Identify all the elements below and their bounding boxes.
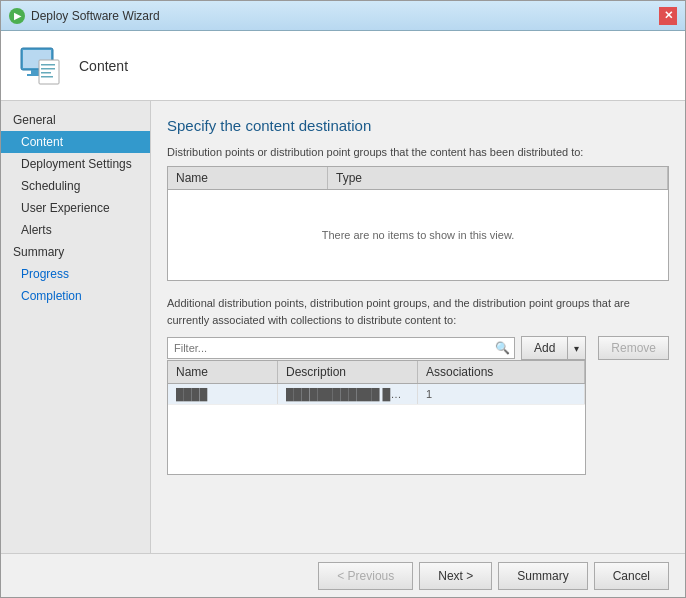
remove-button[interactable]: Remove <box>598 336 669 360</box>
lower-table: Name Description Associations ████ █████… <box>167 360 586 475</box>
row-associations: 1 <box>418 384 585 404</box>
main-area: General Content Deployment Settings Sche… <box>1 101 685 553</box>
summary-button[interactable]: Summary <box>498 562 587 590</box>
lower-col-description: Description <box>278 361 418 383</box>
previous-button[interactable]: < Previous <box>318 562 413 590</box>
filter-input-wrapper: 🔍 <box>167 337 515 359</box>
search-icon: 🔍 <box>495 341 510 355</box>
lower-col-name: Name <box>168 361 278 383</box>
close-button[interactable]: ✕ <box>659 7 677 25</box>
lower-table-body: ████ ████████████ ████ 1 <box>168 384 585 474</box>
window-body: Content General Content Deployment Setti… <box>1 31 685 597</box>
add-button[interactable]: Add <box>521 336 567 360</box>
svg-rect-6 <box>41 68 55 70</box>
svg-rect-7 <box>41 72 51 74</box>
upper-table: Name Type There are no items to show in … <box>167 166 669 281</box>
upper-col-name: Name <box>168 167 328 189</box>
lower-col-associations: Associations <box>418 361 585 383</box>
wizard-icon <box>17 42 65 90</box>
upper-col-type: Type <box>328 167 668 189</box>
lower-description: Additional distribution points, distribu… <box>167 295 669 328</box>
add-dropdown-button[interactable]: ▾ <box>567 336 586 360</box>
filter-input[interactable] <box>168 338 514 358</box>
page-title: Specify the content destination <box>167 117 669 134</box>
svg-rect-5 <box>41 64 55 66</box>
filter-and-buttons-row: 🔍 Add ▾ Name Description <box>167 336 669 475</box>
row-name: ████ <box>168 384 278 404</box>
title-bar-left: ▶ Deploy Software Wizard <box>9 8 160 24</box>
header-section: Content <box>1 31 685 101</box>
sidebar: General Content Deployment Settings Sche… <box>1 101 151 553</box>
sidebar-general-label: General <box>1 109 150 131</box>
deploy-software-wizard-window: ▶ Deploy Software Wizard ✕ <box>0 0 686 598</box>
svg-rect-8 <box>41 76 53 78</box>
window-icon: ▶ <box>9 8 25 24</box>
title-bar: ▶ Deploy Software Wizard ✕ <box>1 1 685 31</box>
row-description: ████████████ ████ <box>278 384 418 404</box>
cancel-button[interactable]: Cancel <box>594 562 669 590</box>
sidebar-summary-label: Summary <box>1 241 150 263</box>
header-title: Content <box>79 58 128 74</box>
next-button[interactable]: Next > <box>419 562 492 590</box>
right-buttons: Remove <box>598 336 669 360</box>
add-button-group: Add ▾ <box>521 336 586 360</box>
content-area: Specify the content destination Distribu… <box>151 101 685 553</box>
footer: < Previous Next > Summary Cancel <box>1 553 685 597</box>
sidebar-item-scheduling[interactable]: Scheduling <box>1 175 150 197</box>
upper-table-header: Name Type <box>168 167 668 190</box>
window-title: Deploy Software Wizard <box>31 9 160 23</box>
lower-table-header: Name Description Associations <box>168 361 585 384</box>
sidebar-item-alerts[interactable]: Alerts <box>1 219 150 241</box>
filter-row: 🔍 Add ▾ <box>167 336 586 360</box>
sidebar-item-user-experience[interactable]: User Experience <box>1 197 150 219</box>
upper-table-empty: There are no items to show in this view. <box>168 190 668 280</box>
sidebar-item-content[interactable]: Content <box>1 131 150 153</box>
sidebar-item-deployment-settings[interactable]: Deployment Settings <box>1 153 150 175</box>
sidebar-item-completion[interactable]: Completion <box>1 285 150 307</box>
table-row[interactable]: ████ ████████████ ████ 1 <box>168 384 585 405</box>
sidebar-item-progress[interactable]: Progress <box>1 263 150 285</box>
upper-description: Distribution points or distribution poin… <box>167 146 669 158</box>
lower-table-side: 🔍 Add ▾ Name Description <box>167 336 586 475</box>
